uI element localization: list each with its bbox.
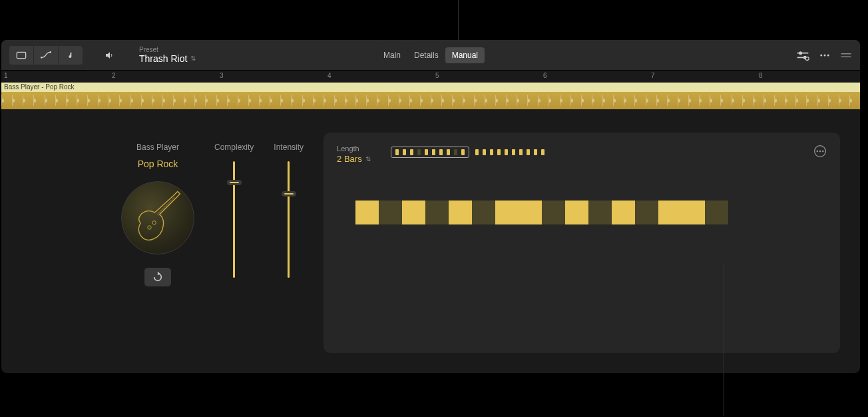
preset-label: Preset [139, 46, 196, 53]
pattern-step[interactable] [449, 201, 472, 224]
beat-dot [527, 149, 530, 155]
rectangle-icon [16, 51, 27, 60]
svg-rect-0 [17, 52, 25, 58]
svg-point-9 [820, 54, 822, 56]
toolbar: Preset Thrash Riot ⇅ Main Details Manual [1, 40, 860, 71]
chevron-updown-icon: ⇅ [365, 156, 371, 163]
region-name: Bass Player - Pop Rock [1, 83, 860, 92]
intensity-thumb[interactable] [282, 191, 296, 197]
refresh-button[interactable] [144, 268, 171, 286]
curve-icon [41, 51, 51, 60]
preset-value: Thrash Riot [139, 53, 187, 64]
svg-point-19 [817, 151, 819, 153]
beat-dot [395, 149, 399, 155]
menu-button[interactable] [840, 51, 852, 60]
track-region[interactable]: Bass Player - Pop Rock [1, 83, 860, 109]
svg-point-2 [49, 51, 51, 53]
settings-button[interactable]: + [796, 50, 809, 61]
svg-line-14 [157, 197, 174, 214]
tabs-group: Main Details Manual [377, 47, 485, 63]
pattern-step[interactable] [588, 201, 612, 224]
speaker-icon [105, 51, 115, 60]
length-value: 2 Bars [337, 154, 362, 164]
pattern-more-button[interactable] [813, 145, 827, 161]
beat-dot [447, 149, 450, 155]
beat-dot [461, 149, 465, 155]
length-dropdown[interactable]: Length 2 Bars ⇅ [337, 145, 371, 164]
pattern-step[interactable] [495, 201, 519, 224]
beat-dot [541, 149, 544, 155]
beat-dot [534, 149, 537, 155]
note-icon [65, 51, 76, 60]
beat-dot [490, 149, 493, 155]
annotation-line-top [458, 0, 459, 40]
more-options-button[interactable] [819, 50, 831, 61]
volume-button[interactable] [98, 46, 122, 65]
panel-header: Length 2 Bars ⇅ [337, 145, 827, 164]
pattern-step[interactable] [379, 201, 402, 224]
intensity-section: Intensity [274, 143, 304, 278]
pattern-step[interactable] [635, 201, 658, 224]
pattern-step[interactable] [519, 201, 542, 224]
svg-point-1 [41, 57, 43, 59]
tab-manual[interactable]: Manual [445, 47, 485, 63]
timeline-ruler[interactable]: 1 2 3 4 5 6 7 8 [1, 71, 860, 83]
complexity-slider[interactable] [233, 161, 235, 278]
player-avatar[interactable] [121, 181, 194, 254]
pattern-step[interactable] [355, 201, 379, 224]
lines-icon [840, 51, 852, 60]
pattern-step[interactable] [612, 201, 635, 224]
pattern-step[interactable] [472, 201, 495, 224]
tab-main[interactable]: Main [377, 47, 407, 63]
svg-point-11 [827, 54, 829, 56]
beat-group-1[interactable] [391, 147, 469, 158]
chevron-updown-icon: ⇅ [190, 55, 196, 62]
length-label: Length [337, 145, 371, 153]
pattern-panel: Length 2 Bars ⇅ [324, 133, 840, 353]
pattern-step[interactable] [425, 201, 449, 224]
intensity-slider[interactable] [288, 161, 290, 278]
pattern-step[interactable] [682, 201, 705, 224]
timeline-marker: 7 [651, 72, 655, 79]
beat-dot [505, 149, 508, 155]
intensity-label: Intensity [274, 143, 304, 152]
pattern-step[interactable] [402, 201, 425, 224]
beat-dot [454, 149, 457, 155]
view-mode-button[interactable] [9, 46, 33, 65]
pattern-step[interactable] [658, 201, 682, 224]
pattern-step[interactable] [565, 201, 588, 224]
beat-dot [432, 149, 435, 155]
sliders-icon: + [796, 50, 809, 61]
timeline-marker: 8 [759, 72, 763, 79]
player-section: Bass Player Pop Rock [121, 143, 194, 286]
svg-point-17 [152, 221, 156, 224]
bass-guitar-icon [128, 189, 188, 248]
svg-point-5 [799, 51, 802, 55]
beat-dot [439, 149, 443, 155]
main-content: Bass Player Pop Rock [1, 109, 860, 373]
svg-point-16 [148, 226, 151, 229]
toolbar-left: Preset Thrash Riot ⇅ [9, 46, 196, 65]
player-type-label: Bass Player [136, 143, 179, 152]
beat-dot [417, 149, 421, 155]
pattern-step[interactable] [542, 201, 565, 224]
beat-dot [483, 149, 486, 155]
pattern-step[interactable] [705, 201, 728, 224]
refresh-icon [152, 272, 163, 282]
timeline-marker: 5 [435, 72, 439, 79]
more-circle-icon [813, 145, 827, 158]
complexity-label: Complexity [214, 143, 254, 152]
beat-dot [519, 149, 523, 155]
region-waveform [1, 92, 860, 109]
timeline-marker: 4 [327, 72, 331, 79]
complexity-thumb[interactable] [227, 180, 242, 185]
automation-button[interactable] [34, 46, 58, 65]
annotation-line-right [724, 264, 724, 416]
preset-dropdown[interactable]: Preset Thrash Riot ⇅ [139, 46, 196, 64]
timeline-marker: 2 [112, 72, 116, 79]
beat-group-2[interactable] [471, 147, 548, 157]
note-button[interactable] [59, 46, 83, 65]
beat-indicator [391, 147, 548, 158]
dots-icon [819, 50, 831, 61]
tab-details[interactable]: Details [407, 47, 445, 63]
